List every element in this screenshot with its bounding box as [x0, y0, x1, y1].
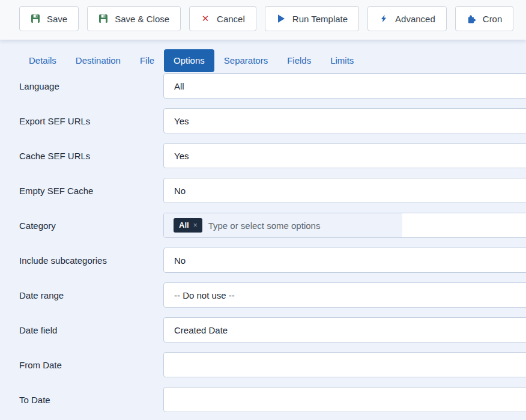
language-label: Language: [19, 81, 163, 91]
date-range-value: -- Do not use --: [174, 290, 235, 300]
date-range-select[interactable]: -- Do not use --: [163, 282, 526, 308]
category-chip[interactable]: All×: [174, 218, 202, 233]
language-select[interactable]: All: [163, 73, 526, 99]
category-label: Category: [19, 221, 163, 231]
puzzle-icon: [467, 14, 476, 23]
tab-fields[interactable]: Fields: [277, 49, 321, 72]
save-close-button[interactable]: Save & Close: [87, 6, 181, 31]
form-row-from-date: From Date: [19, 352, 526, 377]
date-field-select[interactable]: Created Date: [163, 317, 526, 342]
form-row-to-date: To Date: [19, 387, 526, 412]
save-icon: [31, 14, 40, 23]
save-button-label: Save: [47, 14, 67, 24]
run-template-button[interactable]: Run Template: [265, 6, 359, 31]
cancel-button[interactable]: ✕Cancel: [189, 6, 256, 31]
form-row-date-range: Date range-- Do not use --: [19, 282, 526, 308]
from-date-input[interactable]: [163, 352, 526, 377]
play-icon: [276, 14, 286, 23]
tab-bar: DetailsDestinationFileOptionsSeparatorsF…: [19, 49, 526, 72]
save-close-button-label: Save & Close: [115, 14, 169, 24]
empty-sef-cache-label: Empty SEF Cache: [19, 186, 163, 196]
form-row-category: CategoryAll×Type or select some options: [19, 213, 526, 238]
toolbar: SaveSave & Close✕CancelRun TemplateAdvan…: [0, 0, 526, 40]
form-row-export-sef-urls: Export SEF URLsYes: [19, 108, 526, 133]
include-subcategories-value: No: [174, 255, 186, 266]
advanced-button-label: Advanced: [395, 14, 435, 24]
tab-file[interactable]: File: [130, 49, 164, 72]
cron-button[interactable]: Cron: [455, 6, 514, 31]
tab-separators[interactable]: Separators: [214, 49, 277, 72]
chip-remove-icon[interactable]: ×: [193, 222, 198, 229]
cancel-icon: ✕: [201, 14, 210, 23]
tab-limits[interactable]: Limits: [321, 49, 363, 72]
cache-sef-urls-label: Cache SEF URLs: [19, 151, 163, 161]
form-row-empty-sef-cache: Empty SEF CacheNo: [19, 178, 526, 203]
category-chip-label: All: [179, 221, 189, 229]
options-form: LanguageAllExport SEF URLsYesCache SEF U…: [19, 73, 526, 412]
category-tags-field[interactable]: All×Type or select some options: [163, 213, 526, 238]
tab-destination[interactable]: Destination: [66, 49, 130, 72]
lightning-icon: [379, 14, 388, 23]
include-subcategories-select[interactable]: No: [163, 248, 526, 273]
run-template-button-label: Run Template: [292, 14, 348, 24]
cron-button-label: Cron: [483, 14, 503, 24]
language-value: All: [174, 81, 184, 91]
tab-details[interactable]: Details: [19, 49, 66, 72]
date-range-label: Date range: [19, 290, 163, 300]
cache-sef-urls-select[interactable]: Yes: [163, 143, 526, 168]
form-row-cache-sef-urls: Cache SEF URLsYes: [19, 143, 526, 168]
empty-sef-cache-select[interactable]: No: [163, 178, 526, 203]
category-tags-inner: All×Type or select some options: [164, 213, 402, 237]
advanced-button[interactable]: Advanced: [367, 6, 447, 31]
date-field-label: Date field: [19, 325, 163, 335]
category-placeholder: Type or select some options: [208, 221, 321, 231]
tab-options[interactable]: Options: [164, 49, 214, 72]
export-sef-urls-select[interactable]: Yes: [163, 108, 526, 133]
form-row-date-field: Date fieldCreated Date: [19, 317, 526, 342]
to-date-label: To Date: [19, 395, 163, 405]
cache-sef-urls-value: Yes: [174, 151, 189, 161]
form-row-include-subcategories: Include subcategoriesNo: [19, 248, 526, 273]
main-content: DetailsDestinationFileOptionsSeparatorsF…: [0, 40, 526, 420]
date-field-value: Created Date: [174, 325, 228, 335]
include-subcategories-label: Include subcategories: [19, 255, 163, 266]
empty-sef-cache-value: No: [174, 186, 186, 196]
cancel-button-label: Cancel: [217, 14, 245, 24]
save-button[interactable]: Save: [19, 6, 79, 31]
export-sef-urls-label: Export SEF URLs: [19, 116, 163, 126]
form-row-language: LanguageAll: [19, 73, 526, 99]
to-date-input[interactable]: [163, 387, 526, 412]
export-sef-urls-value: Yes: [174, 116, 189, 126]
from-date-label: From Date: [19, 360, 163, 370]
save-icon: [98, 14, 108, 23]
